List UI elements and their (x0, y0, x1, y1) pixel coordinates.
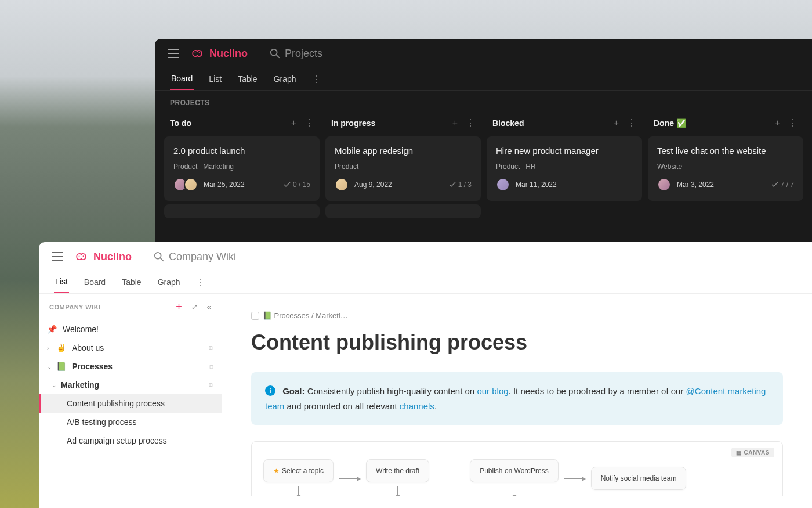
add-card-icon[interactable]: + (452, 118, 458, 128)
search-area[interactable]: Company Wiki (154, 251, 236, 263)
search-placeholder: Company Wiki (169, 251, 236, 263)
svg-point-6 (155, 253, 161, 259)
card-tag: Product (173, 163, 197, 171)
arrow-right-icon (339, 478, 360, 479)
column-menu-icon[interactable]: ⋮ (627, 117, 636, 128)
tab-table[interactable]: Table (121, 272, 142, 293)
card-progress: 0 / 15 (284, 181, 310, 189)
search-placeholder: Projects (285, 48, 322, 60)
flow-diagram: ★Select a topic Write the draft Publish … (263, 459, 771, 496)
tab-table[interactable]: Table (237, 69, 258, 89)
svg-line-3 (277, 55, 280, 58)
add-card-icon[interactable]: + (775, 118, 780, 128)
add-card-icon[interactable]: + (291, 118, 296, 128)
tab-graph[interactable]: Graph (157, 272, 182, 293)
svg-point-1 (199, 52, 200, 53)
tab-graph[interactable]: Graph (273, 69, 298, 89)
column-inprogress: In progress +⋮ Mobile app redesign Produ… (325, 113, 481, 222)
column-menu-icon[interactable]: ⋮ (304, 117, 314, 128)
card-title: 2.0 product launch (173, 146, 310, 156)
card-item[interactable]: Mobile app redesign Product Aug 9, 2022 … (325, 136, 481, 201)
card-item[interactable]: Hire new product manager ProductHR Mar 1… (487, 136, 642, 201)
column-done: Done ✅ +⋮ Test live chat on the website … (648, 113, 803, 222)
card-tag: Product (335, 163, 358, 171)
card-progress: 7 / 7 (771, 181, 794, 189)
link-our-blog[interactable]: our blog (477, 386, 508, 396)
canvas-embed[interactable]: ▦CANVAS ★Select a topic Write the draft … (251, 441, 783, 496)
arrow-down-icon (514, 486, 514, 496)
svg-line-7 (161, 258, 164, 261)
brand-logo[interactable]: Nuclino (190, 47, 248, 60)
copy-icon[interactable]: ⧉ (209, 344, 213, 352)
avatar (496, 178, 510, 192)
nuclino-logo-icon (74, 250, 89, 263)
flow-node[interactable]: Write the draft (366, 459, 429, 482)
goal-callout: i Goal: Consistently publish high-qualit… (251, 372, 783, 425)
canvas-icon: ▦ (736, 449, 742, 456)
copy-icon[interactable]: ⧉ (209, 363, 213, 370)
checklist-icon (449, 181, 456, 188)
add-page-icon[interactable]: + (176, 301, 182, 313)
svg-point-5 (83, 255, 84, 257)
chevron-right-icon[interactable]: › (47, 345, 53, 351)
pin-icon: 📌 (47, 325, 57, 334)
arrow-down-icon (397, 486, 398, 496)
add-card-icon[interactable]: + (614, 118, 619, 128)
card-stub[interactable] (325, 204, 481, 218)
tab-board[interactable]: Board (170, 68, 194, 90)
nuclino-logo-icon (190, 47, 205, 60)
chevron-down-icon[interactable]: ⌄ (52, 382, 57, 388)
flow-node[interactable]: Publish on WordPress (470, 459, 559, 482)
star-icon: ★ (273, 467, 280, 475)
sidebar-item-marketing[interactable]: ⌄ Marketing ⧉ (39, 376, 222, 394)
brand-name: Nuclino (209, 48, 248, 60)
column-menu-icon[interactable]: ⋮ (466, 117, 475, 128)
sidebar-item-processes[interactable]: ⌄ 📗 Processes ⧉ (39, 357, 222, 376)
content-area: 📗 Processes / Marketi… Content publishin… (222, 294, 812, 496)
section-label: PROJECTS (155, 91, 812, 113)
search-area[interactable]: Projects (270, 48, 322, 60)
card-item[interactable]: 2.0 product launch ProductMarketing Mar … (164, 136, 320, 201)
collapse-sidebar-icon[interactable]: « (207, 302, 211, 311)
flow-node[interactable]: Notify social media team (591, 467, 687, 490)
chevron-down-icon[interactable]: ⌄ (47, 363, 53, 370)
breadcrumb[interactable]: 📗 Processes / Marketi… (251, 311, 783, 320)
more-tabs-icon[interactable]: ⋮ (311, 74, 321, 85)
brand-logo[interactable]: Nuclino (74, 250, 132, 263)
column-todo: To do +⋮ 2.0 product launch ProductMarke… (164, 113, 320, 222)
menu-icon[interactable] (52, 252, 63, 261)
card-tag: Website (657, 163, 682, 171)
card-progress: 1 / 3 (449, 181, 472, 189)
sidebar-item-welcome[interactable]: 📌 Welcome! (39, 320, 222, 338)
column-title: Blocked (492, 118, 524, 128)
sidebar-item-content-publishing[interactable]: Content publishing process (39, 394, 222, 413)
info-icon: i (265, 385, 276, 396)
expand-icon[interactable]: ⤢ (191, 302, 198, 311)
flow-node[interactable]: ★Select a topic (263, 459, 334, 482)
card-date: Aug 9, 2022 (354, 181, 392, 189)
arrow-down-icon (298, 486, 299, 496)
sidebar-item-about[interactable]: › ✌️ About us ⧉ (39, 338, 222, 357)
svg-point-0 (195, 52, 196, 53)
more-tabs-icon[interactable]: ⋮ (195, 277, 205, 288)
card-tag: Marketing (203, 163, 234, 171)
search-icon (154, 251, 164, 262)
card-stub[interactable] (164, 204, 320, 218)
tab-list[interactable]: List (208, 69, 223, 89)
column-blocked: Blocked +⋮ Hire new product manager Prod… (487, 113, 642, 222)
tab-board[interactable]: Board (83, 272, 107, 293)
column-menu-icon[interactable]: ⋮ (788, 117, 798, 128)
board-columns: To do +⋮ 2.0 product launch ProductMarke… (155, 113, 812, 222)
tab-list[interactable]: List (54, 271, 69, 293)
avatar (184, 178, 198, 192)
card-item[interactable]: Test live chat on the website Website Ma… (648, 136, 803, 201)
page-icon-placeholder (251, 312, 259, 320)
link-channels[interactable]: channels (400, 401, 434, 411)
sidebar-item-ab-testing[interactable]: A/B testing process (39, 413, 222, 431)
column-title: To do (170, 118, 191, 128)
avatar (657, 178, 671, 192)
sidebar: COMPANY WIKI + ⤢ « 📌 Welcome! › ✌️ About… (39, 294, 222, 496)
sidebar-item-ad-campaign[interactable]: Ad campaign setup process (39, 431, 222, 450)
copy-icon[interactable]: ⧉ (209, 381, 213, 389)
menu-icon[interactable] (168, 49, 179, 58)
